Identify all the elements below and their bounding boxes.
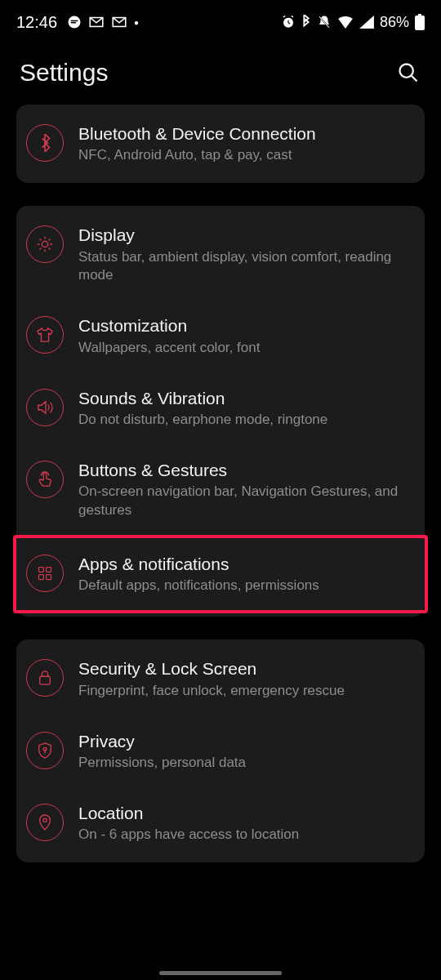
speaker-icon: [26, 389, 64, 426]
signal-icon: [359, 16, 374, 29]
svg-point-6: [400, 65, 413, 78]
svg-rect-12: [40, 676, 51, 684]
svg-rect-8: [39, 568, 44, 572]
row-subtitle: Fingerprint, face unlock, emergency resc…: [78, 682, 408, 701]
settings-card: Security & Lock Screen Fingerprint, face…: [16, 639, 425, 862]
row-customization[interactable]: Customization Wallpapers, accent color, …: [16, 300, 425, 372]
settings-scroll[interactable]: Bluetooth & Device Connection NFC, Andro…: [0, 105, 441, 862]
app-header: Settings: [0, 41, 441, 105]
svg-point-7: [42, 242, 47, 247]
bluetooth-icon: [26, 124, 64, 162]
row-text: Apps & notifications Default apps, notif…: [78, 553, 408, 595]
row-display[interactable]: Display Status bar, ambient display, vis…: [16, 209, 425, 300]
gmail-icon: [111, 16, 127, 28]
dot-icon: ●: [134, 18, 139, 27]
wifi-icon: [337, 16, 354, 29]
row-subtitle: NFC, Android Auto, tap & pay, cast: [78, 146, 408, 165]
gesture-bar[interactable]: [159, 971, 282, 975]
settings-card: Display Status bar, ambient display, vis…: [16, 206, 425, 617]
row-title: Sounds & Vibration: [78, 387, 408, 409]
row-title: Customization: [78, 314, 408, 336]
status-time: 12:46: [16, 13, 57, 32]
page-title: Settings: [20, 59, 108, 87]
row-title: Location: [78, 802, 408, 824]
row-text: Buttons & Gestures On-screen navigation …: [78, 459, 408, 520]
touch-icon: [26, 461, 64, 498]
svg-rect-9: [47, 568, 51, 572]
brightness-icon: [26, 225, 64, 263]
row-title: Security & Lock Screen: [78, 657, 408, 679]
row-text: Display Status bar, ambient display, vis…: [78, 224, 408, 285]
row-text: Sounds & Vibration Do not disturb, earph…: [78, 387, 408, 430]
row-text: Location On - 6 apps have access to loca…: [78, 802, 408, 844]
row-apps-notifications[interactable]: Apps & notifications Default apps, notif…: [16, 538, 425, 610]
location-icon: [26, 804, 64, 841]
row-security[interactable]: Security & Lock Screen Fingerprint, face…: [16, 643, 425, 715]
mute-icon: [317, 15, 332, 29]
svg-point-14: [43, 818, 47, 822]
row-title: Privacy: [78, 730, 408, 752]
row-location[interactable]: Location On - 6 apps have access to loca…: [16, 787, 425, 859]
alarm-icon: [281, 15, 296, 29]
row-subtitle: Permissions, personal data: [78, 754, 408, 773]
message-icon: [67, 15, 82, 29]
row-title: Buttons & Gestures: [78, 459, 408, 481]
row-text: Security & Lock Screen Fingerprint, face…: [78, 657, 408, 700]
svg-rect-10: [39, 575, 44, 580]
row-subtitle: Default apps, notifications, permissions: [78, 577, 408, 595]
row-subtitle: Status bar, ambient display, vision comf…: [78, 248, 408, 286]
search-button[interactable]: [395, 60, 421, 86]
shield-icon: [26, 732, 64, 769]
row-buttons-gestures[interactable]: Buttons & Gestures On-screen navigation …: [16, 444, 425, 535]
battery-percent: 86%: [380, 14, 409, 31]
bluetooth-icon: [301, 15, 311, 29]
status-right: 86%: [281, 14, 425, 31]
shirt-icon: [26, 316, 64, 354]
svg-rect-4: [415, 16, 425, 30]
row-title: Display: [78, 224, 408, 246]
status-bar: 12:46 ● 86%: [0, 0, 441, 41]
row-title: Bluetooth & Device Connection: [78, 122, 408, 145]
settings-card: Bluetooth & Device Connection NFC, Andro…: [16, 105, 425, 183]
row-title: Apps & notifications: [78, 553, 408, 575]
row-bluetooth[interactable]: Bluetooth & Device Connection NFC, Andro…: [16, 108, 425, 180]
row-text: Privacy Permissions, personal data: [78, 730, 408, 773]
gmail-icon: [88, 16, 105, 28]
apps-icon: [26, 555, 64, 592]
row-subtitle: Wallpapers, accent color, font: [78, 339, 408, 358]
row-subtitle: On-screen navigation bar, Navigation Ges…: [78, 483, 408, 520]
row-privacy[interactable]: Privacy Permissions, personal data: [16, 715, 425, 787]
lock-icon: [26, 659, 64, 697]
row-subtitle: Do not disturb, earphone mode, ringtone: [78, 411, 408, 430]
row-subtitle: On - 6 apps have access to location: [78, 826, 408, 844]
highlight-apps-notifications: Apps & notifications Default apps, notif…: [13, 535, 428, 613]
battery-icon: [415, 14, 425, 30]
row-text: Customization Wallpapers, accent color, …: [78, 314, 408, 357]
status-left: 12:46 ●: [16, 13, 139, 32]
svg-rect-5: [418, 14, 421, 16]
row-sounds[interactable]: Sounds & Vibration Do not disturb, earph…: [16, 372, 425, 444]
row-text: Bluetooth & Device Connection NFC, Andro…: [78, 122, 408, 165]
svg-rect-11: [47, 575, 51, 580]
svg-point-13: [43, 747, 47, 751]
